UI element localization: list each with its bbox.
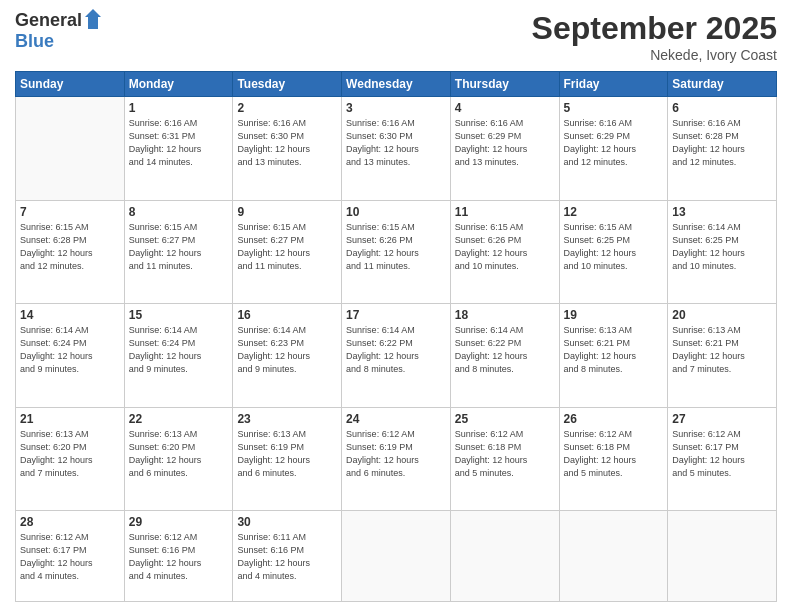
day-info: Sunrise: 6:12 AM Sunset: 6:18 PM Dayligh… <box>455 428 555 480</box>
table-row: 4Sunrise: 6:16 AM Sunset: 6:29 PM Daylig… <box>450 97 559 201</box>
day-info: Sunrise: 6:14 AM Sunset: 6:24 PM Dayligh… <box>20 324 120 376</box>
day-info: Sunrise: 6:12 AM Sunset: 6:17 PM Dayligh… <box>672 428 772 480</box>
day-info: Sunrise: 6:16 AM Sunset: 6:28 PM Dayligh… <box>672 117 772 169</box>
day-number: 16 <box>237 308 337 322</box>
logo-blue: Blue <box>15 32 102 52</box>
table-row: 26Sunrise: 6:12 AM Sunset: 6:18 PM Dayli… <box>559 407 668 511</box>
day-info: Sunrise: 6:14 AM Sunset: 6:22 PM Dayligh… <box>455 324 555 376</box>
day-number: 2 <box>237 101 337 115</box>
day-number: 19 <box>564 308 664 322</box>
day-info: Sunrise: 6:11 AM Sunset: 6:16 PM Dayligh… <box>237 531 337 583</box>
day-info: Sunrise: 6:15 AM Sunset: 6:28 PM Dayligh… <box>20 221 120 273</box>
table-row: 2Sunrise: 6:16 AM Sunset: 6:30 PM Daylig… <box>233 97 342 201</box>
table-row <box>668 511 777 602</box>
calendar-header-row: Sunday Monday Tuesday Wednesday Thursday… <box>16 72 777 97</box>
day-number: 15 <box>129 308 229 322</box>
day-info: Sunrise: 6:14 AM Sunset: 6:25 PM Dayligh… <box>672 221 772 273</box>
day-info: Sunrise: 6:16 AM Sunset: 6:31 PM Dayligh… <box>129 117 229 169</box>
day-info: Sunrise: 6:16 AM Sunset: 6:29 PM Dayligh… <box>455 117 555 169</box>
day-number: 14 <box>20 308 120 322</box>
day-number: 28 <box>20 515 120 529</box>
table-row: 12Sunrise: 6:15 AM Sunset: 6:25 PM Dayli… <box>559 200 668 304</box>
day-number: 22 <box>129 412 229 426</box>
day-info: Sunrise: 6:13 AM Sunset: 6:21 PM Dayligh… <box>672 324 772 376</box>
day-info: Sunrise: 6:16 AM Sunset: 6:30 PM Dayligh… <box>237 117 337 169</box>
table-row: 8Sunrise: 6:15 AM Sunset: 6:27 PM Daylig… <box>124 200 233 304</box>
table-row: 11Sunrise: 6:15 AM Sunset: 6:26 PM Dayli… <box>450 200 559 304</box>
calendar: Sunday Monday Tuesday Wednesday Thursday… <box>15 71 777 602</box>
table-row: 25Sunrise: 6:12 AM Sunset: 6:18 PM Dayli… <box>450 407 559 511</box>
header-sunday: Sunday <box>16 72 125 97</box>
month-title: September 2025 <box>532 10 777 47</box>
day-number: 21 <box>20 412 120 426</box>
day-info: Sunrise: 6:15 AM Sunset: 6:26 PM Dayligh… <box>346 221 446 273</box>
logo-general: General <box>15 11 82 31</box>
day-number: 11 <box>455 205 555 219</box>
table-row: 20Sunrise: 6:13 AM Sunset: 6:21 PM Dayli… <box>668 304 777 408</box>
day-number: 30 <box>237 515 337 529</box>
day-number: 3 <box>346 101 446 115</box>
table-row: 16Sunrise: 6:14 AM Sunset: 6:23 PM Dayli… <box>233 304 342 408</box>
day-info: Sunrise: 6:13 AM Sunset: 6:20 PM Dayligh… <box>20 428 120 480</box>
table-row: 13Sunrise: 6:14 AM Sunset: 6:25 PM Dayli… <box>668 200 777 304</box>
day-info: Sunrise: 6:13 AM Sunset: 6:19 PM Dayligh… <box>237 428 337 480</box>
header-saturday: Saturday <box>668 72 777 97</box>
day-number: 13 <box>672 205 772 219</box>
table-row: 29Sunrise: 6:12 AM Sunset: 6:16 PM Dayli… <box>124 511 233 602</box>
table-row: 30Sunrise: 6:11 AM Sunset: 6:16 PM Dayli… <box>233 511 342 602</box>
day-number: 1 <box>129 101 229 115</box>
table-row: 10Sunrise: 6:15 AM Sunset: 6:26 PM Dayli… <box>342 200 451 304</box>
page: General Blue September 2025 Nekede, Ivor… <box>0 0 792 612</box>
header: General Blue September 2025 Nekede, Ivor… <box>15 10 777 63</box>
day-number: 25 <box>455 412 555 426</box>
table-row <box>559 511 668 602</box>
day-number: 23 <box>237 412 337 426</box>
day-number: 5 <box>564 101 664 115</box>
day-number: 26 <box>564 412 664 426</box>
table-row: 22Sunrise: 6:13 AM Sunset: 6:20 PM Dayli… <box>124 407 233 511</box>
day-info: Sunrise: 6:14 AM Sunset: 6:23 PM Dayligh… <box>237 324 337 376</box>
table-row: 6Sunrise: 6:16 AM Sunset: 6:28 PM Daylig… <box>668 97 777 201</box>
location: Nekede, Ivory Coast <box>532 47 777 63</box>
table-row <box>342 511 451 602</box>
day-info: Sunrise: 6:15 AM Sunset: 6:27 PM Dayligh… <box>237 221 337 273</box>
table-row <box>16 97 125 201</box>
day-info: Sunrise: 6:15 AM Sunset: 6:26 PM Dayligh… <box>455 221 555 273</box>
header-wednesday: Wednesday <box>342 72 451 97</box>
header-thursday: Thursday <box>450 72 559 97</box>
day-number: 29 <box>129 515 229 529</box>
day-number: 4 <box>455 101 555 115</box>
table-row: 9Sunrise: 6:15 AM Sunset: 6:27 PM Daylig… <box>233 200 342 304</box>
table-row: 27Sunrise: 6:12 AM Sunset: 6:17 PM Dayli… <box>668 407 777 511</box>
day-info: Sunrise: 6:12 AM Sunset: 6:19 PM Dayligh… <box>346 428 446 480</box>
day-info: Sunrise: 6:13 AM Sunset: 6:20 PM Dayligh… <box>129 428 229 480</box>
day-info: Sunrise: 6:16 AM Sunset: 6:29 PM Dayligh… <box>564 117 664 169</box>
day-number: 17 <box>346 308 446 322</box>
table-row: 23Sunrise: 6:13 AM Sunset: 6:19 PM Dayli… <box>233 407 342 511</box>
table-row: 24Sunrise: 6:12 AM Sunset: 6:19 PM Dayli… <box>342 407 451 511</box>
day-info: Sunrise: 6:15 AM Sunset: 6:25 PM Dayligh… <box>564 221 664 273</box>
day-info: Sunrise: 6:14 AM Sunset: 6:22 PM Dayligh… <box>346 324 446 376</box>
day-info: Sunrise: 6:14 AM Sunset: 6:24 PM Dayligh… <box>129 324 229 376</box>
table-row <box>450 511 559 602</box>
table-row: 14Sunrise: 6:14 AM Sunset: 6:24 PM Dayli… <box>16 304 125 408</box>
header-tuesday: Tuesday <box>233 72 342 97</box>
day-number: 24 <box>346 412 446 426</box>
table-row: 1Sunrise: 6:16 AM Sunset: 6:31 PM Daylig… <box>124 97 233 201</box>
table-row: 18Sunrise: 6:14 AM Sunset: 6:22 PM Dayli… <box>450 304 559 408</box>
day-number: 12 <box>564 205 664 219</box>
day-info: Sunrise: 6:12 AM Sunset: 6:18 PM Dayligh… <box>564 428 664 480</box>
day-info: Sunrise: 6:16 AM Sunset: 6:30 PM Dayligh… <box>346 117 446 169</box>
day-number: 18 <box>455 308 555 322</box>
header-friday: Friday <box>559 72 668 97</box>
logo-icon <box>84 8 102 30</box>
day-number: 20 <box>672 308 772 322</box>
day-info: Sunrise: 6:12 AM Sunset: 6:16 PM Dayligh… <box>129 531 229 583</box>
day-number: 7 <box>20 205 120 219</box>
table-row: 19Sunrise: 6:13 AM Sunset: 6:21 PM Dayli… <box>559 304 668 408</box>
day-number: 8 <box>129 205 229 219</box>
logo-text: General Blue <box>15 10 102 52</box>
title-area: September 2025 Nekede, Ivory Coast <box>532 10 777 63</box>
table-row: 21Sunrise: 6:13 AM Sunset: 6:20 PM Dayli… <box>16 407 125 511</box>
day-info: Sunrise: 6:13 AM Sunset: 6:21 PM Dayligh… <box>564 324 664 376</box>
